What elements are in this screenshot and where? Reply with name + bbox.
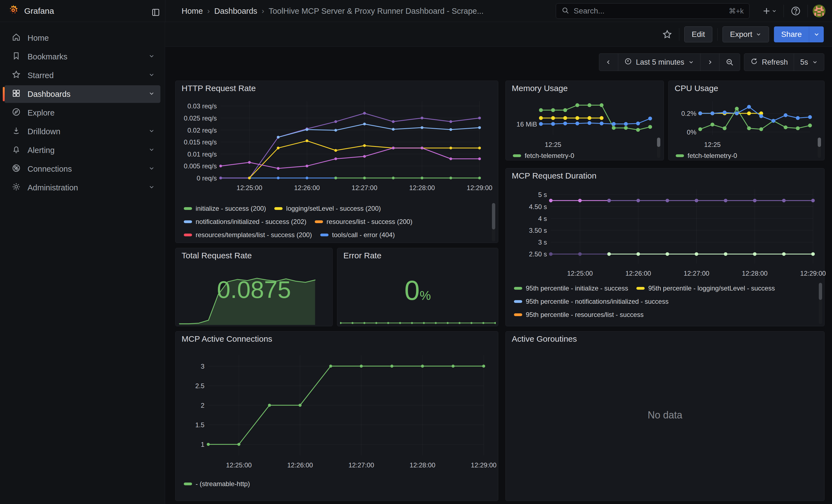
panel-total-request-rate: Total Request Rate 0.0875 <box>175 248 333 326</box>
time-shift-back-button[interactable] <box>599 54 618 71</box>
sidebar-item-connections[interactable]: Connections <box>4 160 160 178</box>
svg-text:12:26:00: 12:26:00 <box>294 184 320 191</box>
top-bar: Grafana Home › Dashboards › ToolHive MCP… <box>0 0 832 22</box>
legend-scrollbar[interactable] <box>819 283 822 324</box>
no-data-message: No data <box>506 409 824 421</box>
svg-text:0.01 req/s: 0.01 req/s <box>187 151 217 158</box>
panel-title[interactable]: Total Request Rate <box>182 251 252 260</box>
sidebar-item-home[interactable]: Home <box>4 29 160 47</box>
export-button[interactable]: Export <box>723 26 769 43</box>
sidebar-item-administration[interactable]: Administration <box>4 179 160 196</box>
legend-swatch <box>514 313 522 316</box>
legend-item[interactable]: initialize - success (200) <box>184 202 266 215</box>
legend-scrollbar[interactable] <box>818 137 821 158</box>
memory-usage-chart[interactable]: 16 MiB12:25 <box>509 95 657 149</box>
time-range-label: Last 5 minutes <box>636 58 684 67</box>
svg-text:2.5: 2.5 <box>196 382 204 390</box>
legend-scrollbar[interactable] <box>657 137 660 158</box>
svg-text:12:26:00: 12:26:00 <box>625 270 651 277</box>
panel-title[interactable]: CPU Usage <box>675 84 718 93</box>
zoom-out-icon <box>726 58 734 66</box>
drilldown-icon <box>11 126 21 137</box>
svg-text:0 req/s: 0 req/s <box>197 175 217 182</box>
panel-title[interactable]: MCP Active Connections <box>182 334 272 344</box>
legend-scrollbar[interactable] <box>492 203 495 242</box>
cpu-usage-chart[interactable]: 0.2%0%12:25 <box>671 95 818 149</box>
time-range-picker[interactable]: Last 5 minutes <box>618 54 700 71</box>
mcp-request-duration-chart[interactable]: 2.50 s3 s3.50 s4 s4.50 s5 s12:25:0012:26… <box>510 183 820 280</box>
bell-icon <box>11 145 21 156</box>
sidebar-item-starred[interactable]: Starred <box>4 67 160 84</box>
legend-item[interactable]: logging/setLevel - success (200) <box>274 202 381 215</box>
legend-item[interactable]: 95th percentile - resources/templates/li… <box>514 321 674 325</box>
legend-item[interactable]: - (streamable-http) <box>184 477 250 490</box>
legend-swatch <box>514 300 522 303</box>
star-dashboard-button[interactable] <box>660 27 674 41</box>
panel-title[interactable]: HTTP Request Rate <box>182 84 256 93</box>
brand[interactable]: Grafana <box>7 0 54 22</box>
grafana-logo-icon <box>7 4 19 18</box>
time-range-group: Last 5 minutes <box>599 53 740 71</box>
svg-text:0.03 req/s: 0.03 req/s <box>187 102 217 110</box>
panel-title[interactable]: Error Rate <box>343 251 381 260</box>
avatar[interactable] <box>813 5 825 17</box>
breadcrumb-dashboards[interactable]: Dashboards <box>214 7 257 16</box>
divider <box>165 0 165 22</box>
legend-item[interactable]: resources/list - success (200) <box>315 215 412 228</box>
legend-item[interactable]: 95th percentile - notifications/initiali… <box>514 295 669 308</box>
http-request-rate-chart[interactable]: 0 req/s0.005 req/s0.01 req/s0.015 req/s0… <box>179 96 495 193</box>
panel-error-rate: Error Rate 0% <box>337 248 498 326</box>
svg-text:12:27:00: 12:27:00 <box>352 184 377 191</box>
sidebar-item-label: Bookmarks <box>27 52 68 61</box>
help-icon[interactable] <box>789 4 803 18</box>
refresh-interval-picker[interactable]: 5s <box>794 54 824 71</box>
panel-title[interactable]: MCP Request Duration <box>512 171 597 181</box>
legend-item[interactable]: 95th percentile - initialize - success <box>514 282 628 295</box>
sidebar-item-dashboards[interactable]: Dashboards <box>4 85 160 103</box>
legend-swatch <box>320 234 329 236</box>
refresh-button[interactable]: Refresh <box>744 54 794 71</box>
legend-item[interactable]: tools/list - success (200) <box>277 242 359 242</box>
connections-icon <box>11 163 21 175</box>
sidebar-item-explore[interactable]: Explore <box>4 104 160 122</box>
sidebar-toggle-icon[interactable] <box>149 6 162 19</box>
chevron-down-icon <box>148 164 155 174</box>
svg-text:12:29:00: 12:29:00 <box>471 461 496 469</box>
svg-text:2: 2 <box>201 402 204 409</box>
panel-title[interactable]: Memory Usage <box>512 84 568 93</box>
sidebar-item-drilldown[interactable]: Drilldown <box>4 123 160 140</box>
search-input[interactable] <box>573 6 725 16</box>
legend-item[interactable]: fetch-telemetry-0 <box>676 149 737 159</box>
legend-item[interactable]: resources/templates/list - success (200) <box>184 228 312 242</box>
share-options-button[interactable] <box>809 26 824 43</box>
breadcrumb-home[interactable]: Home <box>182 7 203 16</box>
legend-item[interactable]: 95th percentile - logging/setLevel - suc… <box>636 282 775 295</box>
mcp-active-connections-chart[interactable]: 11.522.5312:25:0012:26:0012:27:0012:28:0… <box>179 347 495 474</box>
divider <box>807 5 808 17</box>
compass-icon <box>11 107 21 118</box>
svg-text:12:29:00: 12:29:00 <box>467 184 492 191</box>
legend-item[interactable]: tools/call - error (404) <box>320 228 395 242</box>
sidebar-item-bookmarks[interactable]: Bookmarks <box>4 48 160 65</box>
zoom-out-button[interactable] <box>719 54 740 71</box>
legend-item[interactable]: 95th percentile - resources/list - succe… <box>514 308 644 321</box>
svg-text:4 s: 4 s <box>538 215 547 222</box>
legend-item[interactable]: unknown - success (200) <box>368 242 453 242</box>
legend-item[interactable]: tools/call - success (200) <box>184 242 268 242</box>
legend-item[interactable]: fetch-telemetry-0 <box>513 149 574 159</box>
svg-text:12:26:00: 12:26:00 <box>287 461 313 469</box>
panel-title[interactable]: Active Goroutines <box>512 334 577 344</box>
svg-text:12:25: 12:25 <box>545 141 561 148</box>
star-icon <box>11 70 21 81</box>
legend-swatch <box>184 234 192 236</box>
time-shift-forward-button[interactable] <box>700 54 719 71</box>
sidebar-item-alerting[interactable]: Alerting <box>4 141 160 159</box>
share-button[interactable]: Share <box>774 26 809 43</box>
sidebar: Home Bookmarks Starred <box>0 22 165 504</box>
svg-text:4.50 s: 4.50 s <box>529 203 547 210</box>
edit-button[interactable]: Edit <box>684 26 712 43</box>
sidebar-item-label: Alerting <box>27 146 54 155</box>
legend-item[interactable]: notifications/initialized - success (202… <box>184 215 307 228</box>
add-button[interactable] <box>760 4 779 18</box>
search-box[interactable]: ⌘+k <box>556 3 750 19</box>
